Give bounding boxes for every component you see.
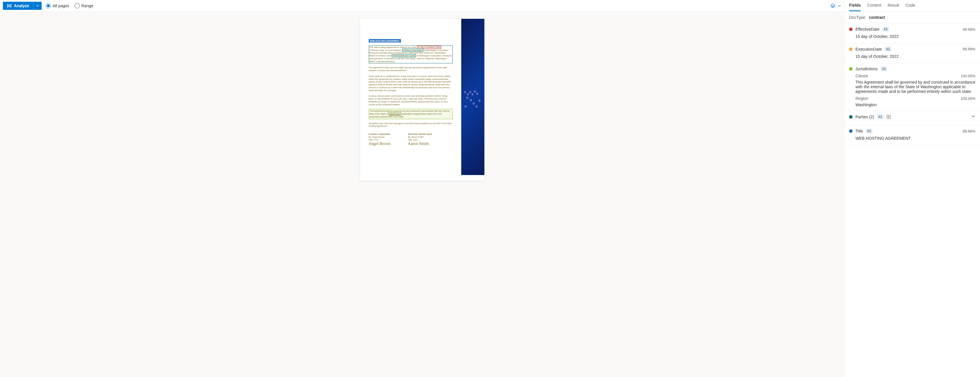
- field-swatch: [849, 48, 853, 51]
- field-confidence: 99.99%: [963, 47, 975, 51]
- field-swatch: [849, 115, 853, 119]
- field-badge: #1: [866, 129, 872, 133]
- all-pages-radio[interactable]: All pages: [46, 3, 69, 8]
- chevron-down-icon: [971, 114, 975, 119]
- field-badge: #1: [881, 67, 887, 71]
- svg-rect-0: [7, 4, 8, 7]
- analyze-button[interactable]: Analyze: [3, 2, 33, 10]
- svg-rect-7: [11, 7, 11, 8]
- sub-label: Clause: [856, 73, 868, 78]
- party1-highlight: Contoso Corporation: [402, 49, 423, 52]
- analyze-icon: [7, 3, 11, 8]
- field-effective-date[interactable]: EffectiveDate #1 99.99% 15 day of Octobe…: [845, 24, 980, 43]
- doc-paragraph: This web Hosting Agreement is entered as…: [369, 45, 453, 64]
- doc-paragraph: All parties have read and fully agree to…: [369, 122, 453, 128]
- results-panel: Fields Content Result Code DocType: cont…: [844, 0, 980, 377]
- field-swatch: [849, 129, 853, 133]
- analyze-button-group: Analyze: [3, 2, 41, 10]
- doc-title: WEB HOSTING AGREEMENT: [369, 39, 401, 43]
- signature-block: Contoso Corporation By: Angel Brown Titl…: [369, 133, 391, 146]
- sub-value: Washington: [849, 102, 975, 107]
- field-value: 15 day of October, 2022: [849, 54, 975, 60]
- field-name: Title: [856, 129, 863, 133]
- layers-icon: [830, 3, 835, 8]
- tab-code[interactable]: Code: [905, 3, 915, 11]
- radio-icon: [75, 3, 80, 8]
- field-value: 15 day of October, 2022: [849, 34, 975, 40]
- field-badge: #1: [882, 27, 889, 32]
- doctype-row: DocType: contract: [845, 11, 980, 24]
- field-name: EffectiveDate: [856, 27, 880, 32]
- analyze-dropdown-button[interactable]: [33, 2, 41, 10]
- panel-tabs: Fields Content Result Code: [845, 0, 980, 11]
- party2-highlight: AdventureWorks Cycles: [391, 54, 416, 57]
- doctype-label: DocType:: [849, 15, 866, 20]
- range-radio[interactable]: Range: [75, 3, 93, 8]
- field-swatch: [849, 67, 853, 70]
- doc-paragraph: This agreement shall void and nullify an…: [369, 66, 453, 72]
- field-title[interactable]: Title #1 99.98% WEB HOSTING AGREEMENT: [845, 125, 980, 145]
- doc-paragraph: Contoso must provide a person(s) to corr…: [369, 94, 453, 106]
- field-name: ExecutionDate: [856, 47, 882, 51]
- svg-rect-1: [8, 4, 9, 7]
- page-scope-radio-group: All pages Range: [46, 3, 93, 8]
- document-graphic: [461, 19, 484, 175]
- tab-fields[interactable]: Fields: [849, 3, 861, 11]
- tab-result[interactable]: Result: [888, 3, 899, 11]
- field-swatch: [849, 27, 853, 31]
- all-pages-label: All pages: [52, 3, 69, 8]
- field-parties[interactable]: Parties (2) #1: [845, 111, 980, 125]
- region-highlight: Washington: [388, 112, 401, 115]
- field-value: WEB HOSTING AGREEMENT: [849, 136, 975, 142]
- field-badge: #1: [885, 47, 891, 51]
- field-name: Jurisdictions: [856, 67, 878, 71]
- range-label: Range: [81, 3, 93, 8]
- toolbar: Analyze All pages Range: [0, 0, 844, 12]
- sub-confidence: 100.00%: [961, 96, 975, 101]
- svg-rect-5: [7, 7, 8, 8]
- doctype-value: contract: [869, 15, 885, 20]
- chevron-down-icon: [36, 4, 39, 8]
- svg-rect-2: [10, 4, 10, 7]
- signature-block: Adventure Works Cycle By: Aaron Smith Ti…: [408, 133, 432, 146]
- layers-control[interactable]: [830, 3, 841, 8]
- svg-rect-3: [11, 4, 11, 7]
- field-jurisdictions[interactable]: Jurisdictions #1 Clause 100.00% This Agr…: [845, 63, 980, 111]
- field-badge: #1: [877, 115, 884, 119]
- jurisdiction-highlight: This Agreement shall be governed by and …: [369, 109, 453, 119]
- field-name: Parties (2): [856, 115, 874, 119]
- radio-icon: [46, 3, 51, 8]
- analyze-label: Analyze: [14, 3, 29, 8]
- document-page: WEB HOSTING AGREEMENT This web Hosting A…: [360, 19, 484, 181]
- field-execution-date[interactable]: ExecutionDate #1 99.99% 15 day of Octobe…: [845, 43, 980, 63]
- sub-confidence: 100.00%: [961, 74, 975, 78]
- field-confidence: 99.98%: [963, 129, 975, 133]
- document-canvas[interactable]: WEB HOSTING AGREEMENT This web Hosting A…: [0, 12, 844, 377]
- field-confidence: 99.99%: [963, 27, 975, 32]
- tab-content[interactable]: Content: [867, 3, 881, 11]
- chevron-down-icon: [838, 4, 841, 8]
- sub-label: Region: [856, 96, 868, 101]
- doc-paragraph: There shall be no additional fees of any…: [369, 75, 453, 92]
- sub-value: This Agreement shall be governed by and …: [849, 80, 975, 94]
- table-icon: [887, 115, 891, 119]
- signature-row: Contoso Corporation By: Angel Brown Titl…: [369, 133, 476, 146]
